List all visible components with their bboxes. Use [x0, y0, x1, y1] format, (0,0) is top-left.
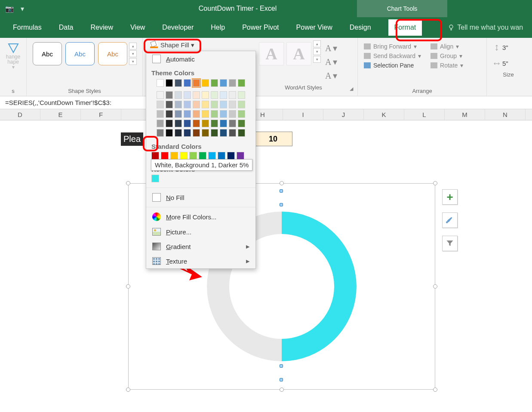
wordart-gallery[interactable]: A A — [257, 40, 313, 67]
color-swatch[interactable] — [238, 79, 245, 87]
resize-handle[interactable] — [126, 387, 130, 392]
align-button[interactable]: Align ▾ — [431, 43, 463, 50]
tell-me-search[interactable]: Tell me what you wan — [448, 24, 523, 31]
color-swatch[interactable] — [238, 120, 245, 127]
color-swatch[interactable] — [157, 91, 164, 99]
tab-view[interactable]: View — [130, 22, 145, 33]
color-swatch[interactable] — [211, 129, 218, 137]
color-swatch[interactable] — [202, 120, 209, 127]
color-swatch[interactable] — [238, 101, 245, 108]
fill-automatic[interactable]: Automatic — [146, 51, 255, 67]
color-swatch[interactable] — [180, 152, 188, 160]
shape-style-gallery[interactable]: Abc Abc Abc — [31, 40, 129, 67]
color-swatch[interactable] — [238, 110, 245, 118]
wordart-style-1[interactable]: A — [259, 42, 284, 65]
color-swatch[interactable] — [220, 101, 227, 108]
color-swatch[interactable] — [193, 110, 200, 118]
rotate-button[interactable]: Rotate ▾ — [431, 62, 463, 69]
color-swatch[interactable] — [238, 129, 245, 137]
color-swatch[interactable] — [229, 79, 236, 87]
resize-handle[interactable] — [280, 387, 284, 392]
color-swatch[interactable] — [238, 91, 245, 99]
col-N[interactable]: N — [485, 109, 526, 120]
color-swatch[interactable] — [166, 120, 173, 127]
color-swatch[interactable] — [189, 152, 197, 160]
shape-style-3[interactable]: Abc — [98, 42, 127, 65]
color-swatch[interactable] — [166, 129, 173, 137]
fill-picture[interactable]: Picture... — [146, 224, 255, 239]
col-M[interactable]: M — [445, 109, 485, 120]
datapoint-handle[interactable] — [280, 203, 283, 206]
color-swatch[interactable] — [157, 79, 164, 87]
col-E[interactable]: E — [40, 109, 81, 120]
color-swatch[interactable] — [184, 120, 191, 127]
color-swatch[interactable] — [151, 152, 159, 160]
col-F[interactable]: F — [81, 109, 121, 120]
color-swatch[interactable] — [184, 101, 191, 108]
color-swatch[interactable] — [175, 91, 182, 99]
tab-formulas[interactable]: Formulas — [13, 22, 42, 33]
color-swatch[interactable] — [193, 79, 200, 87]
wordart-scroll[interactable]: ▴▾▾ — [313, 40, 322, 63]
shape-style-1[interactable]: Abc — [33, 42, 62, 65]
color-swatch[interactable] — [202, 91, 209, 99]
shape-height-input[interactable]: 3" — [494, 44, 523, 51]
selection-pane-button[interactable]: Selection Pane — [364, 62, 421, 69]
color-swatch[interactable] — [211, 110, 218, 118]
resize-handle[interactable] — [433, 387, 437, 392]
color-swatch[interactable] — [220, 120, 227, 127]
datapoint-handle[interactable] — [280, 378, 283, 381]
send-backward-button[interactable]: Send Backward ▾ — [364, 52, 421, 59]
no-fill[interactable]: No Fill — [146, 190, 255, 205]
color-swatch[interactable] — [166, 110, 173, 118]
color-swatch[interactable] — [220, 91, 227, 99]
qat-dropdown-icon[interactable]: ▾ — [21, 5, 24, 13]
camera-icon[interactable]: 📷 — [5, 5, 14, 13]
shape-fill-button[interactable]: Shape Fill ▾ — [147, 40, 198, 51]
color-swatch[interactable] — [175, 129, 182, 137]
bring-forward-button[interactable]: Bring Forward ▾ — [364, 43, 421, 50]
color-swatch[interactable] — [202, 129, 209, 137]
column-headers[interactable]: D E F H I J K L M N — [0, 109, 532, 120]
col-K[interactable]: K — [364, 109, 404, 120]
color-swatch[interactable] — [184, 79, 191, 87]
color-swatch[interactable] — [184, 110, 191, 118]
color-swatch[interactable] — [237, 152, 244, 160]
color-swatch[interactable] — [218, 152, 225, 160]
datapoint-handle[interactable] — [280, 189, 283, 193]
tab-power-pivot[interactable]: Power Pivot — [242, 22, 279, 33]
color-swatch[interactable] — [184, 129, 191, 137]
tab-power-view[interactable]: Power View — [296, 22, 332, 33]
resize-handle[interactable] — [280, 181, 284, 185]
color-swatch[interactable] — [202, 79, 209, 87]
color-swatch[interactable] — [175, 79, 182, 87]
color-swatch[interactable] — [157, 110, 164, 118]
text-effects-button[interactable]: A ▾ — [323, 71, 340, 81]
color-swatch[interactable] — [220, 129, 227, 137]
color-swatch[interactable] — [211, 101, 218, 108]
color-swatch[interactable] — [220, 79, 227, 87]
text-fill-button[interactable]: A ▾ — [323, 43, 340, 53]
color-swatch[interactable] — [208, 152, 216, 160]
color-swatch[interactable] — [193, 120, 200, 127]
col-L[interactable]: L — [404, 109, 445, 120]
color-swatch[interactable] — [175, 110, 182, 118]
color-swatch[interactable] — [229, 101, 236, 108]
color-swatch[interactable] — [151, 175, 159, 182]
color-swatch[interactable] — [170, 152, 178, 160]
color-swatch[interactable] — [220, 110, 227, 118]
shape-width-input[interactable]: 5" — [494, 60, 523, 67]
resize-handle[interactable] — [126, 284, 130, 289]
formula-bar[interactable]: =SERIES(,,'CountDown Timer'!$C$3: — [0, 96, 532, 109]
tab-format[interactable]: Format — [388, 19, 422, 36]
tab-data[interactable]: Data — [59, 22, 74, 33]
chart-filters-button[interactable] — [442, 236, 458, 251]
color-swatch[interactable] — [161, 152, 169, 160]
shape-style-2[interactable]: Abc — [65, 42, 95, 65]
color-swatch[interactable] — [229, 110, 236, 118]
chart-elements-button[interactable]: + — [442, 189, 458, 205]
tab-design[interactable]: Design — [350, 22, 371, 33]
fill-texture[interactable]: Texture ▶ — [146, 254, 255, 268]
doughnut-slice-2[interactable] — [282, 223, 345, 350]
chart-styles-button[interactable] — [442, 212, 458, 228]
